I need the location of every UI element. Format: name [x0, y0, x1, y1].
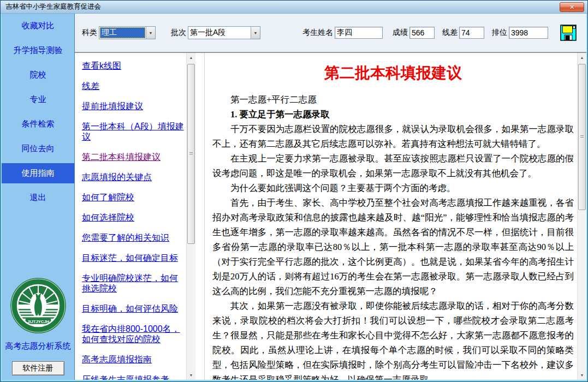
article-paragraph: 其次，如果第一志愿没有被录取，即使你能被后续志愿录取的话，相对于你的高考分数来说…	[212, 299, 574, 380]
article-title: 第二批本科填报建议	[212, 63, 574, 83]
article-paragraph: 在主观上一定要力求第一志愿被录取。甚至应该按照志愿栏只设置了一个院校志愿的假设考…	[212, 151, 574, 181]
scroll-grip	[189, 152, 193, 156]
links-scroll-thumb[interactable]	[187, 64, 195, 244]
article-paragraph: 千万不要因为志愿栏设置的院校志愿很多，就误认为录取机会很多，如果第一志愿录取不上…	[212, 122, 574, 151]
register-button[interactable]: 软件注册	[12, 361, 64, 375]
logo-text: JIJTJYCJH	[27, 319, 49, 324]
student-name-input[interactable]	[335, 27, 383, 39]
guide-link[interactable]: 第一批本科（A段）填报建议	[82, 121, 186, 142]
score-group: 成绩	[393, 27, 435, 39]
guide-link[interactable]: 专业明确院校迷茫，如何挑选院校	[82, 273, 186, 294]
article-paragraph: 1. 要立足于第一志愿录取	[212, 107, 574, 122]
guide-link[interactable]: 您需要了解的相关知识	[82, 232, 186, 243]
system-name: 高考志愿分析系统	[5, 341, 71, 351]
category-select[interactable]: 理工 ▼	[99, 26, 156, 39]
batch-value: 第一批A段	[188, 27, 251, 39]
article: 第二批本科填报建议 第一志愿+平行二志愿1. 要立足于第一志愿录取千万不要因为志…	[205, 53, 577, 380]
scroll-up-icon[interactable]: ▲	[578, 53, 586, 62]
sidebar-item[interactable]: 使用指南	[2, 163, 74, 183]
guide-link[interactable]: 高考志愿填报指南	[82, 354, 186, 365]
batch-select[interactable]: 第一批A段 ▼	[188, 26, 260, 39]
title-bar: 吉林省中小学生家庭教育促进会 ✕	[1, 1, 587, 14]
student-name-group: 考生姓名	[302, 27, 383, 39]
article-paragraph: 首先，由于考生、家长、高中学校乃至整个社会对高考志愿填报工作越来越重视，各省招办…	[212, 195, 574, 299]
save-floppy-icon[interactable]	[560, 25, 577, 41]
rank-input[interactable]	[509, 27, 548, 39]
sidebar-item[interactable]: 同位去向	[2, 136, 74, 161]
guide-link[interactable]: 目标明确，如何评估风险	[82, 303, 186, 314]
guide-link[interactable]: 第二批本科填报建议	[82, 152, 186, 162]
sidebar-item[interactable]: 收藏对比	[2, 14, 74, 38]
guide-link[interactable]: 如何了解院校	[82, 192, 186, 202]
batch-group: 批次 第一批A段 ▼	[171, 26, 260, 39]
guide-link[interactable]: 如何选择院校	[82, 212, 186, 223]
category-value: 理工	[100, 27, 145, 38]
guide-link[interactable]: 压线考生志愿填报参考	[82, 374, 186, 380]
article-paragraph: 第一志愿+平行二志愿	[212, 92, 574, 107]
article-pane: 第二批本科填报建议 第一志愿+平行二志愿1. 要立足于第一志愿录取千万不要因为志…	[205, 53, 586, 380]
student-name-label: 考生姓名	[302, 28, 333, 38]
guide-links-pane: 查看k线图线差提前批填报建议第一批本科（A段）填报建议第二批本科填报建议志愿填报…	[75, 53, 205, 380]
guide-link[interactable]: 线差	[82, 81, 186, 91]
article-body: 第一志愿+平行二志愿1. 要立足于第一志愿录取千万不要因为志愿栏设置的院校志愿很…	[212, 92, 574, 380]
sidebar: 收藏对比升学指导测验院校专业条件检索同位去向使用指南退出	[2, 14, 75, 380]
score-input[interactable]	[409, 27, 435, 39]
rank-group: 排位	[492, 27, 548, 39]
guide-link[interactable]: 目标迷茫，如何确定目标	[82, 253, 186, 263]
sidebar-item[interactable]: 院校	[2, 63, 74, 87]
chevron-down-icon[interactable]: ▼	[146, 27, 155, 39]
article-paragraph: 为什么要如此强调这个问题？主要基于两个方面的考虑。	[212, 181, 574, 195]
content-area: 查看k线图线差提前批填报建议第一批本科（A段）填报建议第二批本科填报建议志愿填报…	[75, 52, 586, 380]
scroll-down-icon[interactable]: ▼	[187, 371, 195, 380]
guide-link[interactable]: 提前批填报建议	[82, 101, 186, 111]
batch-label: 批次	[171, 28, 186, 38]
chevron-down-icon[interactable]: ▼	[251, 27, 260, 39]
line-diff-group: 线差	[442, 27, 484, 39]
window-title: 吉林省中小学生家庭教育促进会	[5, 2, 101, 11]
app-body: 收藏对比升学指导测验院校专业条件检索同位去向使用指南退出	[1, 14, 587, 381]
sidebar-menu: 收藏对比升学指导测验院校专业条件检索同位去向使用指南退出	[2, 14, 74, 210]
line-diff-label: 线差	[442, 28, 458, 38]
app-window: 吉林省中小学生家庭教育促进会 ✕ 收藏对比升学指导测验院校专业条件检索同位去向使…	[0, 0, 588, 382]
guide-link[interactable]: 我在省内排800-1000名，如何查找对应的院校	[82, 324, 186, 344]
scroll-up-icon[interactable]: ▲	[187, 53, 195, 62]
guide-link[interactable]: 志愿填报的关键点	[82, 172, 186, 182]
scroll-down-icon[interactable]: ▼	[578, 371, 586, 380]
rank-label: 排位	[492, 28, 507, 38]
links-scrollbar[interactable]: ▲ ▼	[186, 53, 195, 380]
sidebar-item[interactable]: 退出	[2, 186, 74, 210]
guide-links-list: 查看k线图线差提前批填报建议第一批本科（A段）填报建议第二批本科填报建议志愿填报…	[75, 53, 186, 380]
article-scrollbar[interactable]: ▲ ▼	[577, 53, 586, 380]
close-button[interactable]: ✕	[560, 2, 584, 12]
sidebar-footer: JIJTJYCJH 高考志愿分析系统 软件注册	[2, 278, 74, 380]
sidebar-item[interactable]: 专业	[2, 87, 74, 112]
toolbar: 科类 理工 ▼ 批次 第一批A段 ▼ 考生姓名	[75, 14, 586, 52]
score-label: 成绩	[393, 28, 408, 38]
sidebar-item[interactable]: 升学指导测验	[2, 38, 74, 63]
main-region: 科类 理工 ▼ 批次 第一批A段 ▼ 考生姓名	[75, 14, 586, 380]
association-logo-icon: JIJTJYCJH	[10, 278, 66, 333]
guide-link[interactable]: 查看k线图	[82, 61, 186, 71]
category-label: 科类	[82, 28, 97, 38]
close-icon: ✕	[569, 4, 574, 10]
sidebar-item[interactable]: 条件检索	[2, 112, 74, 136]
article-scroll-thumb[interactable]	[578, 64, 586, 210]
scroll-grip	[580, 135, 584, 139]
category-group: 科类 理工 ▼	[82, 26, 156, 39]
line-diff-input[interactable]	[459, 27, 484, 39]
